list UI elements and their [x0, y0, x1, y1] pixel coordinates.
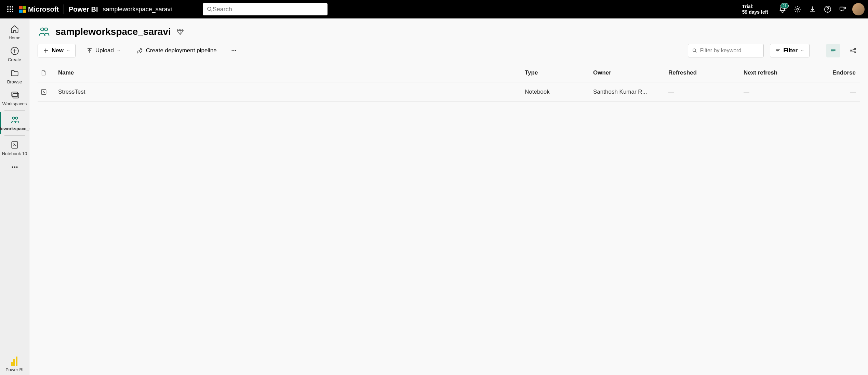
trial-line1: Trial:: [742, 4, 768, 9]
user-avatar[interactable]: [852, 3, 865, 15]
workspace-crumb[interactable]: sampleworkspace_saravi: [103, 6, 172, 13]
notifications-button[interactable]: 21: [775, 2, 790, 17]
svg-point-6: [7, 11, 9, 12]
app-name[interactable]: Power BI: [69, 5, 98, 13]
svg-point-2: [12, 6, 13, 8]
svg-point-4: [10, 9, 11, 10]
svg-point-5: [12, 9, 13, 10]
question-icon: [824, 5, 831, 13]
trial-line2: 59 days left: [742, 9, 768, 15]
microsoft-squares-icon: [19, 6, 26, 13]
trial-status[interactable]: Trial: 59 days left: [742, 4, 768, 15]
divider: [64, 4, 64, 14]
svg-point-8: [12, 11, 13, 12]
top-bar: Microsoft Power BI sampleworkspace_sarav…: [0, 0, 868, 18]
feedback-button[interactable]: [835, 2, 850, 17]
svg-point-15: [844, 7, 846, 9]
search-icon: [207, 6, 213, 12]
microsoft-logo: Microsoft: [19, 5, 59, 13]
download-icon: [809, 5, 816, 13]
waffle-icon: [7, 6, 13, 12]
search-input[interactable]: [213, 6, 323, 13]
svg-point-9: [208, 7, 211, 11]
settings-button[interactable]: [790, 2, 805, 17]
gear-icon: [794, 5, 801, 13]
svg-point-3: [7, 9, 9, 10]
svg-point-1: [10, 6, 11, 8]
svg-rect-14: [840, 7, 844, 10]
svg-point-13: [827, 11, 828, 12]
brand-text: Microsoft: [28, 5, 59, 13]
help-button[interactable]: [820, 2, 835, 17]
svg-line-10: [210, 10, 212, 11]
svg-point-0: [7, 6, 9, 8]
global-search[interactable]: [203, 3, 328, 15]
svg-point-7: [10, 11, 11, 12]
app-launcher-button[interactable]: [3, 2, 17, 16]
feedback-icon: [839, 5, 846, 13]
notification-badge: 21: [780, 3, 789, 9]
svg-point-11: [797, 8, 799, 10]
download-button[interactable]: [805, 2, 820, 17]
